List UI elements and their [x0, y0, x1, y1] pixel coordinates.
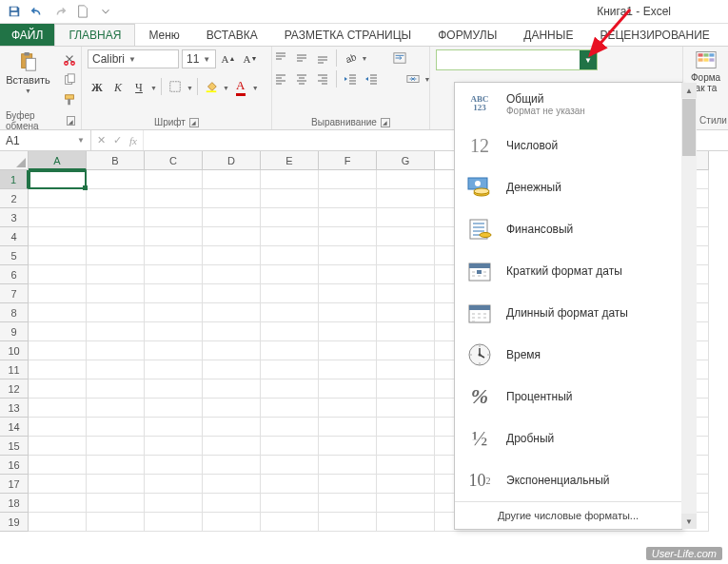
cell[interactable] [261, 208, 319, 227]
cell[interactable] [29, 379, 87, 399]
cell[interactable] [377, 399, 435, 418]
row-header[interactable]: 18 [0, 494, 29, 513]
row-header[interactable]: 10 [0, 341, 29, 360]
column-header-G[interactable]: G [377, 151, 435, 170]
scroll-thumb[interactable] [682, 99, 696, 156]
format-short-date[interactable]: Краткий формат даты [455, 250, 681, 292]
cell[interactable] [145, 360, 203, 379]
cell[interactable] [261, 494, 319, 513]
cell[interactable] [203, 303, 261, 322]
row-header[interactable]: 1 [0, 170, 29, 189]
cell[interactable] [29, 399, 87, 418]
cell[interactable] [87, 513, 145, 532]
tab-data[interactable]: ДАННЫЕ [510, 24, 586, 46]
tab-insert[interactable]: ВСТАВКА [193, 24, 271, 46]
align-center-button[interactable] [292, 70, 311, 88]
cell[interactable] [319, 189, 377, 208]
row-header[interactable]: 16 [0, 456, 29, 475]
number-format-combo[interactable]: ▼ [436, 49, 598, 70]
row-header[interactable]: 8 [0, 303, 29, 322]
format-accounting[interactable]: Финансовый [455, 208, 681, 250]
enter-formula-button[interactable]: ✓ [113, 134, 122, 146]
dropdown-scrollbar[interactable]: ▲ ▼ [681, 83, 697, 529]
clipboard-launcher[interactable]: ◢ [67, 116, 75, 126]
cell[interactable] [87, 456, 145, 475]
cell[interactable] [319, 475, 377, 494]
cell[interactable] [377, 189, 435, 208]
save-button[interactable] [4, 1, 25, 22]
cell[interactable] [377, 418, 435, 437]
cell[interactable] [145, 170, 203, 189]
row-header[interactable]: 9 [0, 322, 29, 341]
format-fraction[interactable]: ½ Дробный [455, 418, 681, 459]
row-header[interactable]: 11 [0, 360, 29, 379]
cell[interactable] [319, 265, 377, 284]
cell[interactable] [377, 437, 435, 456]
cell[interactable] [203, 227, 261, 246]
increase-font-button[interactable]: A▲ [219, 50, 238, 68]
cell[interactable] [203, 265, 261, 284]
row-header[interactable]: 15 [0, 437, 29, 456]
cell[interactable] [29, 208, 87, 227]
cell[interactable] [261, 418, 319, 437]
column-header-E[interactable]: E [261, 151, 319, 170]
file-tab[interactable]: ФАЙЛ [0, 24, 54, 46]
cell[interactable] [319, 379, 377, 399]
cell[interactable] [377, 265, 435, 284]
cell[interactable] [29, 170, 87, 189]
cell[interactable] [87, 170, 145, 189]
cell[interactable] [261, 322, 319, 341]
cell[interactable] [377, 475, 435, 494]
format-currency[interactable]: Денежный [455, 166, 681, 208]
cell[interactable] [377, 227, 435, 246]
cell[interactable] [203, 379, 261, 399]
decrease-indent-button[interactable] [341, 70, 360, 88]
cell[interactable] [261, 265, 319, 284]
cell[interactable] [377, 284, 435, 303]
cell[interactable] [145, 303, 203, 322]
align-bottom-button[interactable] [313, 49, 332, 67]
cell[interactable] [203, 418, 261, 437]
cell[interactable] [203, 208, 261, 227]
cell[interactable] [29, 360, 87, 379]
cell[interactable] [377, 379, 435, 399]
underline-button[interactable]: Ч [129, 78, 148, 97]
row-header[interactable]: 17 [0, 475, 29, 494]
column-header-C[interactable]: C [145, 151, 203, 170]
cell[interactable] [145, 341, 203, 360]
cell[interactable] [203, 170, 261, 189]
cell[interactable] [377, 360, 435, 379]
cell[interactable] [319, 208, 377, 227]
cell[interactable] [377, 246, 435, 265]
row-header[interactable]: 4 [0, 227, 29, 246]
cell[interactable] [319, 303, 377, 322]
cell[interactable] [87, 303, 145, 322]
cell[interactable] [203, 475, 261, 494]
cell[interactable] [29, 227, 87, 246]
cell[interactable] [87, 208, 145, 227]
row-header[interactable]: 2 [0, 189, 29, 208]
cell[interactable] [145, 494, 203, 513]
format-general[interactable]: ABC123 ОбщийФормат не указан [455, 83, 681, 125]
qat-customize[interactable] [95, 1, 116, 22]
cell[interactable] [319, 513, 377, 532]
redo-button[interactable] [49, 1, 70, 22]
align-middle-button[interactable] [292, 49, 311, 67]
scroll-down-arrow[interactable]: ▼ [681, 514, 697, 529]
cell[interactable] [377, 322, 435, 341]
cell[interactable] [145, 208, 203, 227]
cell[interactable] [203, 322, 261, 341]
cell[interactable] [87, 494, 145, 513]
cell[interactable] [145, 189, 203, 208]
wrap-text-button[interactable] [390, 49, 409, 67]
borders-button[interactable] [166, 78, 185, 95]
undo-button[interactable] [27, 1, 48, 22]
number-format-input[interactable] [441, 53, 593, 67]
cell[interactable] [203, 456, 261, 475]
scroll-up-arrow[interactable]: ▲ [681, 83, 697, 98]
cell[interactable] [261, 399, 319, 418]
row-header[interactable]: 7 [0, 284, 29, 303]
cut-button[interactable] [60, 51, 79, 68]
cell[interactable] [29, 322, 87, 341]
cell[interactable] [87, 399, 145, 418]
